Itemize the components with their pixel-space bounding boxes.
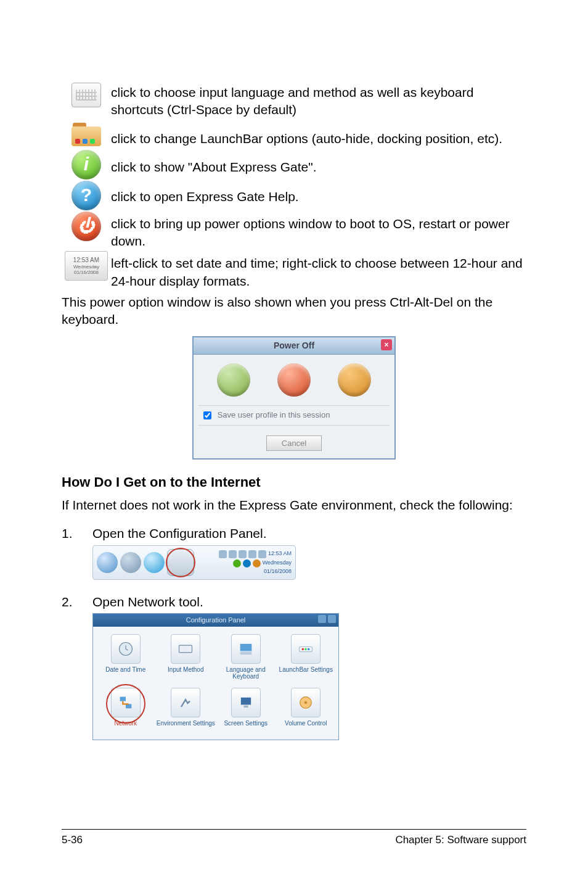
clock-badge-time: 12:53 AM xyxy=(73,257,99,264)
launchbar-time: 12:53 AM xyxy=(268,551,292,557)
photo-icon[interactable] xyxy=(120,552,141,573)
cp-item-input-method[interactable]: Input Method xyxy=(156,634,216,680)
clock-badge-day: Wednesday xyxy=(73,264,99,270)
boot-os-icon[interactable] xyxy=(217,363,250,397)
power-down-icon[interactable] xyxy=(277,363,311,397)
section-intro: If Internet does not work in the Express… xyxy=(62,497,526,514)
svg-point-7 xyxy=(308,648,310,651)
step-2-text: Open Network tool. xyxy=(92,595,203,609)
restart-icon[interactable] xyxy=(338,363,371,397)
svg-rect-2 xyxy=(240,644,251,651)
launchbar-options-icon xyxy=(71,122,101,149)
step-1-text: Open the Configuration Panel. xyxy=(92,526,267,540)
after-rows-para: This power option window is also shown w… xyxy=(62,294,526,329)
cp-item-network[interactable]: Network xyxy=(96,688,156,733)
cp-item-date-time[interactable]: Date and Time xyxy=(96,634,156,680)
power-off-title: Power Off xyxy=(274,340,314,350)
config-panel-title: Configuration Panel xyxy=(186,616,246,624)
cp-item-launchbar-settings[interactable]: LaunchBar Settings xyxy=(276,634,337,680)
save-profile-checkbox[interactable] xyxy=(203,411,211,419)
svg-rect-3 xyxy=(240,651,251,654)
power-off-dialog: Power Off × Save user profile in this se… xyxy=(192,336,396,460)
cancel-button[interactable]: Cancel xyxy=(266,435,322,451)
clock-desc: left-click to set date and time; right-c… xyxy=(111,251,526,290)
cp-item-volume-control[interactable]: Volume Control xyxy=(276,688,337,733)
save-profile-label: Save user profile in this session xyxy=(218,410,330,419)
about-desc: click to show "About Express Gate". xyxy=(111,150,526,176)
tray-icon[interactable] xyxy=(239,550,247,558)
config-panel-icon[interactable] xyxy=(167,549,194,576)
tray-icon[interactable] xyxy=(258,550,266,558)
section-title: How Do I Get on to the Internet xyxy=(62,473,526,492)
cp-item-environment-settings[interactable]: Environment Settings xyxy=(156,688,216,733)
svg-rect-8 xyxy=(120,696,125,701)
close-icon[interactable] xyxy=(328,615,336,623)
skype-icon[interactable] xyxy=(144,552,165,573)
clock-badge-icon: 12:53 AM Wednesday 01/16/2008 xyxy=(65,251,108,281)
tray-icon[interactable] xyxy=(248,550,256,558)
tray-help-icon[interactable] xyxy=(243,559,251,567)
close-icon[interactable]: × xyxy=(381,339,392,350)
chapter-title: Chapter 5: Software support xyxy=(395,833,526,848)
browser-icon[interactable] xyxy=(97,552,118,573)
launchbar-desc: click to change LaunchBar options (auto-… xyxy=(111,120,526,147)
svg-point-5 xyxy=(302,648,304,651)
help-icon: ? xyxy=(71,181,101,210)
svg-point-6 xyxy=(305,648,308,651)
launchbar-day: Wednesday xyxy=(263,560,292,566)
tray-info-icon[interactable] xyxy=(233,559,241,567)
cp-label: LaunchBar Settings xyxy=(279,666,333,680)
tray-icon[interactable] xyxy=(229,550,237,558)
minimize-icon[interactable] xyxy=(318,615,326,623)
svg-rect-10 xyxy=(241,698,251,705)
cp-label: Date and Time xyxy=(105,666,145,680)
power-desc: click to bring up power options window t… xyxy=(111,212,526,250)
cp-label: Volume Control xyxy=(285,720,327,733)
keyboard-icon xyxy=(71,83,101,107)
svg-rect-11 xyxy=(243,705,248,708)
info-icon: i xyxy=(71,150,101,179)
power-icon xyxy=(71,212,101,241)
help-desc: click to open Express Gate Help. xyxy=(111,181,526,205)
clock-badge-date: 01/16/2008 xyxy=(74,270,99,276)
cp-label: Language and Keyboard xyxy=(216,666,276,680)
cp-label: Environment Settings xyxy=(157,720,215,733)
launchbar-figure: 12:53 AM Wednesday 01/16/2008 xyxy=(92,545,296,580)
cp-item-screen-settings[interactable]: Screen Settings xyxy=(216,688,276,733)
keyboard-desc: click to choose input language and metho… xyxy=(111,80,526,119)
cp-item-language-keyboard[interactable]: Language and Keyboard xyxy=(216,634,276,680)
launchbar-date: 01/16/2008 xyxy=(264,569,292,575)
svg-rect-1 xyxy=(179,645,192,653)
tray-icon[interactable] xyxy=(219,550,227,558)
svg-point-13 xyxy=(304,701,308,704)
page-number: 5-36 xyxy=(62,833,83,848)
cp-label: Screen Settings xyxy=(224,720,267,733)
cp-label: Input Method xyxy=(168,666,203,680)
tray-power-icon[interactable] xyxy=(253,559,261,567)
cp-label: Network xyxy=(114,720,137,733)
config-panel-figure: Configuration Panel Date and Time Input … xyxy=(92,613,339,740)
